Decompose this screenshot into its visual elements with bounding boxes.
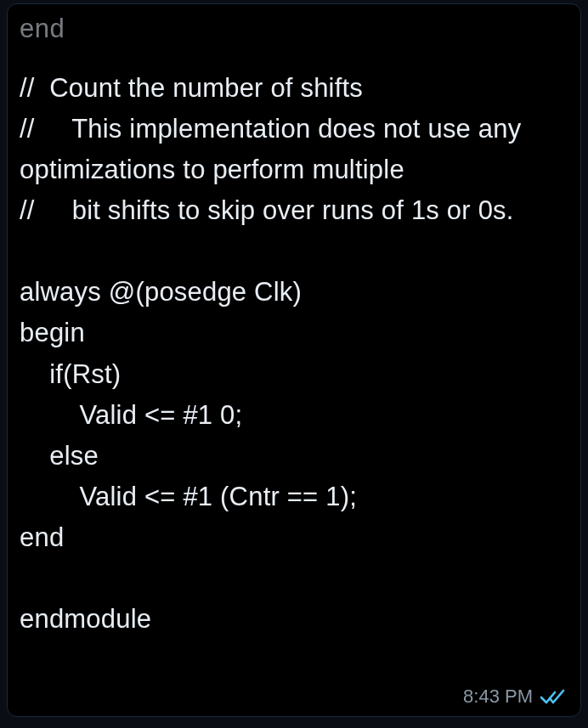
message-timestamp: 8:43 PM — [463, 686, 533, 708]
message-meta: 8:43 PM — [463, 686, 565, 708]
message-code-content: // Count the number of shifts // This im… — [20, 68, 568, 640]
read-receipt-icon — [540, 687, 565, 706]
truncated-previous-line: end — [20, 13, 568, 44]
message-bubble[interactable]: end // Count the number of shifts // Thi… — [7, 3, 581, 717]
